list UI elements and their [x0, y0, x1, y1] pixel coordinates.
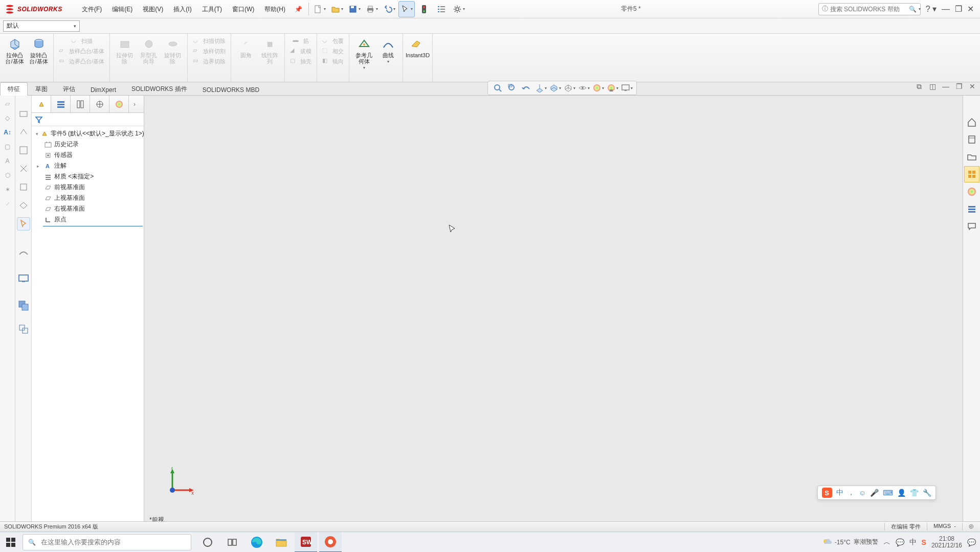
- display-style-button[interactable]: [563, 82, 576, 94]
- tree-expander-icon[interactable]: ▾: [36, 131, 38, 136]
- hide-show-button[interactable]: [577, 82, 590, 94]
- menu-view[interactable]: 视图(V): [138, 0, 168, 18]
- print-button[interactable]: [364, 1, 380, 17]
- sketch-tool-6[interactable]: ⬡: [2, 169, 14, 181]
- tray-clock[interactable]: 21:08 2021/12/16: [931, 536, 962, 549]
- graphics-viewport[interactable]: ⧉ ◫ — ❐ ✕ y x *前视 模型: [144, 96, 980, 534]
- instant3d-button[interactable]: Instant3D: [406, 36, 429, 59]
- view-orientation-button[interactable]: [548, 82, 562, 94]
- previous-view-button[interactable]: [520, 82, 533, 94]
- view-tool-5[interactable]: [17, 180, 30, 194]
- sketch-tool-1[interactable]: ▱: [2, 98, 14, 110]
- ime-punct-toggle[interactable]: ，: [848, 488, 855, 497]
- restore-button[interactable]: ❐: [955, 4, 962, 14]
- ime-voice-button[interactable]: 🎤: [870, 489, 879, 497]
- view-tool-cursor[interactable]: [17, 217, 30, 231]
- zoom-fit-button[interactable]: [491, 82, 504, 94]
- tree-node-material[interactable]: 材质 <未指定>: [34, 171, 143, 182]
- view-tool-8[interactable]: [17, 246, 30, 259]
- menu-window[interactable]: 窗口(W): [227, 0, 259, 18]
- menu-file[interactable]: 文件(F): [77, 0, 107, 18]
- tree-node-origin[interactable]: 原点: [34, 214, 143, 225]
- section-view-button[interactable]: [534, 82, 547, 94]
- ime-emoji-button[interactable]: ☺: [859, 489, 866, 497]
- sketch-tool-7[interactable]: ✶: [2, 183, 14, 196]
- menu-tools[interactable]: 工具(T): [197, 0, 227, 18]
- undo-button[interactable]: [381, 1, 397, 17]
- fm-tab-dimxpert[interactable]: [90, 96, 109, 112]
- viewport-link-button[interactable]: ⧉: [914, 81, 925, 92]
- save-button[interactable]: [346, 1, 363, 17]
- viewport-minimize-button[interactable]: —: [940, 81, 951, 92]
- reference-geometry-button[interactable]: 参考几何体▾: [352, 36, 375, 71]
- taskbar-recorder[interactable]: [319, 532, 342, 553]
- tab-features[interactable]: 特征: [0, 82, 28, 96]
- taskpane-appearances[interactable]: [964, 183, 979, 200]
- view-triad[interactable]: y x: [165, 467, 195, 498]
- minimize-button[interactable]: —: [942, 5, 950, 14]
- options-list-button[interactable]: [433, 1, 450, 17]
- curves-button[interactable]: 曲线▾: [376, 36, 399, 71]
- taskpane-home[interactable]: [964, 114, 979, 130]
- weather-widget[interactable]: -15°C 寒潮预警: [821, 537, 878, 547]
- tab-evaluate[interactable]: 评估: [55, 82, 83, 96]
- help-search-input[interactable]: [830, 6, 907, 13]
- tree-node-front-plane[interactable]: 前视基准面: [34, 182, 143, 193]
- extrude-boss-button[interactable]: 拉伸凸台/基体: [3, 36, 26, 65]
- new-doc-button[interactable]: [311, 1, 328, 17]
- select-button[interactable]: [398, 1, 415, 17]
- ime-user-button[interactable]: 👤: [897, 489, 906, 497]
- tree-insertion-bar[interactable]: [43, 226, 143, 226]
- revolve-boss-button[interactable]: 旋转凸台/基体: [27, 36, 50, 65]
- menu-help[interactable]: 帮助(H): [259, 0, 291, 18]
- view-tool-3[interactable]: [17, 144, 30, 157]
- tray-chevron-up-icon[interactable]: ︿: [883, 538, 890, 547]
- tray-notifications-icon[interactable]: 💬: [967, 538, 976, 546]
- menu-edit[interactable]: 编辑(E): [107, 0, 138, 18]
- ime-lang-toggle[interactable]: 中: [836, 488, 843, 497]
- status-units[interactable]: MMGS -: [927, 523, 962, 531]
- tree-node-sensors[interactable]: 传感器: [34, 150, 143, 160]
- tray-ime-indicator[interactable]: 中: [909, 538, 917, 547]
- tab-addins[interactable]: SOLIDWORKS 插件: [124, 82, 195, 96]
- tab-dimxpert[interactable]: DimXpert: [83, 84, 124, 96]
- tree-node-top-plane[interactable]: 上视基准面: [34, 193, 143, 203]
- tray-sogou-icon[interactable]: S: [922, 538, 926, 546]
- help-search-box[interactable]: ⓘ 🔍 ▾: [818, 3, 921, 15]
- fm-tab-config[interactable]: [71, 96, 90, 112]
- sketch-tool-8[interactable]: ⟋: [2, 198, 14, 210]
- taskpane-forum[interactable]: [964, 218, 979, 235]
- view-tool-2[interactable]: [17, 125, 30, 139]
- rebuild-button[interactable]: [416, 1, 432, 17]
- menu-insert[interactable]: 插入(I): [168, 0, 196, 18]
- fm-tab-property[interactable]: [51, 96, 71, 112]
- view-tool-9[interactable]: [17, 271, 30, 285]
- zoom-area-button[interactable]: [505, 82, 519, 94]
- fm-tab-design-tree[interactable]: [32, 96, 51, 112]
- tree-expander-icon[interactable]: ▸: [37, 164, 42, 169]
- view-tool-1[interactable]: [17, 107, 30, 120]
- fm-tab-expand[interactable]: ›: [129, 96, 140, 112]
- taskbar-cortana[interactable]: [196, 532, 219, 553]
- view-tool-6[interactable]: [17, 199, 30, 212]
- view-settings-button[interactable]: [620, 82, 633, 94]
- tab-mbd[interactable]: SOLIDWORKS MBD: [195, 84, 267, 96]
- edit-appearance-button[interactable]: [591, 82, 605, 94]
- view-tool-10[interactable]: [17, 299, 30, 312]
- sketch-tool-4[interactable]: ▢: [2, 141, 14, 153]
- close-button[interactable]: ✕: [967, 4, 974, 14]
- taskbar-solidworks[interactable]: SW: [295, 532, 317, 553]
- ime-toolbox-button[interactable]: 🔧: [923, 489, 931, 497]
- apply-scene-button[interactable]: [606, 82, 619, 94]
- view-tool-11[interactable]: [17, 323, 30, 336]
- taskpane-file-explorer[interactable]: [964, 149, 979, 165]
- tree-node-right-plane[interactable]: 右视基准面: [34, 203, 143, 214]
- tree-root[interactable]: ▾ 零件5 (默认<<默认>_显示状态 1>): [34, 128, 143, 139]
- help-menu-button[interactable]: ? ▾: [926, 4, 937, 14]
- ime-floating-bar[interactable]: S 中 ， ☺ 🎤 ⌨ 👤 👕 🔧: [817, 486, 936, 500]
- status-custom-button[interactable]: ◎: [962, 523, 980, 531]
- open-doc-button[interactable]: [329, 1, 345, 17]
- taskbar-search-input[interactable]: [41, 538, 186, 546]
- settings-button[interactable]: [451, 1, 467, 17]
- view-tool-4[interactable]: [17, 162, 30, 175]
